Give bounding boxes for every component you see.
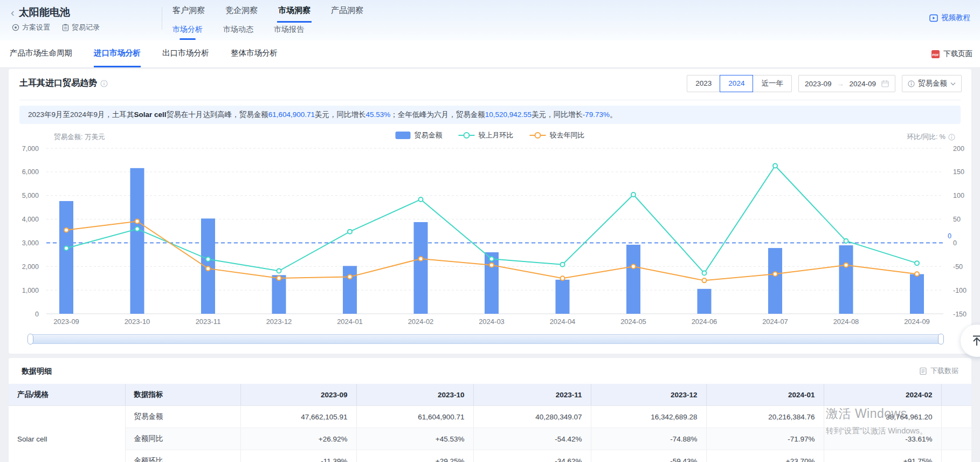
page-title: 太阳能电池 — [19, 5, 70, 19]
point-较去年同比-2024-07[interactable] — [773, 272, 777, 276]
datazoom-left-handle[interactable] — [27, 334, 33, 344]
svg-text:150: 150 — [953, 168, 964, 176]
x-axis-label: 2023-12 — [266, 318, 292, 326]
table-row-金额同比: 金额同比+26.92%+45.53%-54.42%-74.88%-71.97%-… — [9, 428, 971, 450]
x-axis-label: 2023-11 — [196, 318, 221, 326]
point-较去年同比-2024-04[interactable] — [561, 276, 565, 280]
summary-segment: 61,604,900.71 — [268, 111, 315, 119]
point-较上月环比-2024-01[interactable] — [348, 230, 352, 234]
bar-2024-07[interactable] — [768, 248, 782, 314]
tab-product-insight[interactable]: 产品洞察 — [330, 3, 364, 23]
point-较去年同比-2024-08[interactable] — [844, 263, 848, 267]
point-较上月环比-2024-07[interactable] — [773, 163, 777, 168]
point-较去年同比-2024-01[interactable] — [348, 275, 352, 279]
point-较去年同比-2023-10[interactable] — [135, 219, 140, 223]
trade-records-button[interactable]: 贸易记录 — [62, 23, 100, 32]
subtab-market-analysis[interactable]: 市场分析 — [171, 24, 204, 39]
year-2023-button[interactable]: 2023 — [687, 75, 720, 92]
x-axis-label: 2024-09 — [904, 318, 930, 326]
point-较上月环比-2024-04[interactable] — [561, 263, 565, 267]
svg-text:0: 0 — [35, 311, 39, 318]
point-较去年同比-2024-03[interactable] — [489, 263, 494, 267]
point-较去年同比-2023-12[interactable] — [277, 276, 281, 280]
point-较去年同比-2024-05[interactable] — [631, 264, 636, 268]
legend-mom[interactable]: 较上月环比 — [459, 130, 514, 140]
date-from[interactable]: 2023-09 — [805, 80, 832, 88]
point-较上月环比-2024-02[interactable] — [419, 197, 423, 202]
info-icon[interactable] — [100, 80, 108, 87]
point-较上月环比-2023-10[interactable] — [135, 227, 140, 231]
header-divider — [162, 7, 162, 30]
metric-cell: 金额环比 — [125, 450, 240, 462]
value-cell: 16,342,689.28 — [591, 406, 706, 428]
bar-2024-04[interactable] — [556, 280, 570, 314]
bar-2024-01[interactable] — [343, 266, 357, 314]
point-较去年同比-2024-06[interactable] — [702, 278, 707, 282]
point-较上月环比-2024-06[interactable] — [702, 271, 707, 275]
point-较上月环比-2023-09[interactable] — [64, 246, 68, 250]
bar-2024-09[interactable] — [910, 274, 924, 314]
recent-year-button[interactable]: 近一年 — [753, 75, 792, 92]
point-较上月环比-2024-09[interactable] — [915, 261, 919, 265]
point-较去年同比-2024-09[interactable] — [915, 272, 919, 276]
bar-2023-09[interactable] — [59, 201, 73, 314]
scheme-settings-button[interactable]: 方案设置 — [12, 23, 50, 32]
point-较去年同比-2023-11[interactable] — [206, 266, 210, 271]
point-较去年同比-2023-09[interactable] — [64, 228, 68, 232]
summary-segment: -79.73% — [583, 111, 610, 119]
line-legend-swatch-orange — [530, 133, 546, 138]
bar-2024-02[interactable] — [414, 222, 428, 314]
chart-title: 土耳其进口贸易趋势 — [19, 78, 97, 89]
subtab-market-report[interactable]: 市场报告 — [273, 24, 305, 39]
point-较上月环比-2024-05[interactable] — [631, 192, 636, 197]
value-cell: 38,764,961.20 — [824, 406, 941, 428]
value-cell: +23.70% — [706, 450, 824, 462]
nav-item-export-analysis[interactable]: 出口市场分析 — [162, 40, 209, 66]
empty-cell — [941, 428, 971, 450]
tab-customer-insight[interactable]: 客户洞察 — [171, 3, 206, 23]
metric-dropdown[interactable]: 贸易金额 — [902, 75, 962, 92]
tab-competitor-insight[interactable]: 竞企洞察 — [224, 3, 259, 23]
col-header-month: 2023-12 — [591, 384, 706, 406]
point-较上月环比-2024-08[interactable] — [844, 239, 848, 243]
summary-banner: 2023年9月至2024年9月，土耳其Solar cell贸易在十月达到高峰，贸… — [19, 106, 961, 124]
point-较上月环比-2023-11[interactable] — [206, 257, 210, 261]
metric-dropdown-value: 贸易金额 — [918, 79, 947, 88]
download-page-button[interactable]: PDF 下载页面 — [931, 40, 972, 67]
x-axis-label: 2024-05 — [620, 318, 646, 326]
trend-chart[interactable]: 0-1501,000-1002,000-503,00004,000505,000… — [9, 144, 971, 330]
download-data-button[interactable]: 下载数据 — [919, 366, 958, 376]
nav-item-import-analysis[interactable]: 进口市场分析 — [94, 40, 141, 67]
legend-yoy[interactable]: 较去年同比 — [530, 130, 585, 140]
point-较上月环比-2023-12[interactable] — [277, 269, 281, 273]
svg-text:5,000: 5,000 — [22, 192, 39, 199]
x-axis-label: 2024-03 — [479, 318, 505, 326]
date-range-picker[interactable]: 2023-09 → 2024-09 — [798, 75, 895, 92]
calendar-icon — [881, 80, 889, 87]
chart-datazoom-slider[interactable] — [28, 334, 943, 344]
datazoom-right-handle[interactable] — [938, 334, 944, 344]
tab-market-insight[interactable]: 市场洞察 — [277, 3, 312, 23]
point-较去年同比-2024-02[interactable] — [419, 257, 423, 261]
col-header-month: 2024-02 — [824, 384, 941, 406]
value-cell: 61,604,900.71 — [356, 406, 473, 428]
point-较上月环比-2024-03[interactable] — [489, 257, 494, 261]
subtab-market-dynamics[interactable]: 市场动态 — [222, 24, 254, 39]
value-cell: 47,662,105.91 — [240, 406, 356, 428]
bar-2023-10[interactable] — [130, 168, 144, 314]
svg-text:200: 200 — [953, 145, 964, 153]
video-tutorial-link[interactable]: 视频教程 — [929, 13, 970, 23]
bar-2024-06[interactable] — [698, 289, 712, 314]
nav-item-product-lifecycle[interactable]: 产品市场生命周期 — [10, 40, 72, 66]
bar-2024-05[interactable] — [626, 245, 640, 314]
summary-segment: 美元，同比增长 — [532, 111, 583, 119]
year-2024-button[interactable]: 2024 — [720, 75, 753, 92]
summary-segment: Solar cell — [134, 111, 167, 119]
bar-2024-08[interactable] — [839, 245, 853, 314]
svg-text:0: 0 — [953, 239, 957, 247]
back-icon[interactable]: ‹ — [11, 7, 15, 18]
nav-item-overall-analysis[interactable]: 整体市场分析 — [231, 40, 278, 66]
info-icon[interactable] — [948, 134, 955, 141]
date-to[interactable]: 2024-09 — [849, 80, 876, 88]
legend-trade-amount[interactable]: 贸易金额 — [396, 130, 443, 140]
